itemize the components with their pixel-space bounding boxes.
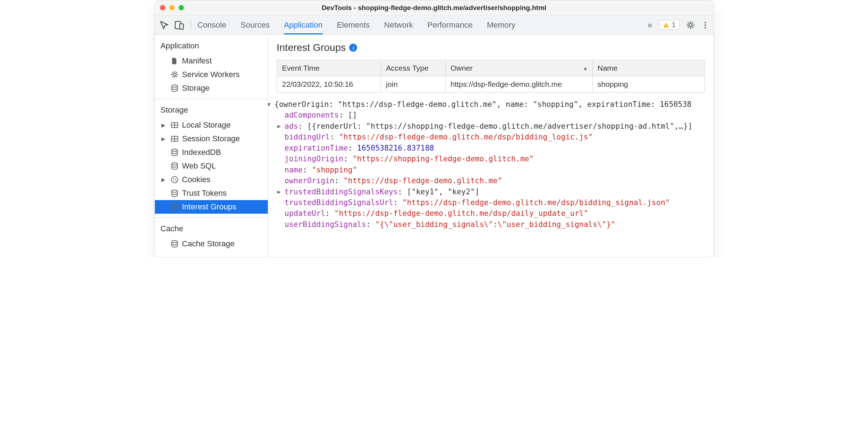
gear-icon bbox=[171, 71, 179, 79]
zoom-window-button[interactable] bbox=[179, 5, 184, 10]
col-owner[interactable]: Owner▲ bbox=[445, 60, 592, 76]
issues-count: 1 bbox=[672, 21, 675, 29]
devtools-window: DevTools - shopping-fledge-demo.glitch.m… bbox=[155, 0, 714, 257]
device-toolbar-icon[interactable] bbox=[174, 20, 184, 30]
sidebar-item-label: Local Storage bbox=[182, 120, 231, 130]
expand-arrow-icon: ▶ bbox=[161, 122, 165, 128]
sidebar-item-indexeddb[interactable]: IndexedDB bbox=[155, 146, 268, 159]
sidebar-item-local-storage[interactable]: ▶Local Storage bbox=[155, 118, 268, 132]
more-tabs-icon[interactable]: » bbox=[645, 20, 655, 30]
sidebar-item-manifest[interactable]: Manifest bbox=[155, 54, 268, 68]
col-name[interactable]: Name bbox=[592, 60, 705, 76]
tab-elements[interactable]: Elements bbox=[337, 15, 370, 34]
window-title: DevTools - shopping-fledge-demo.glitch.m… bbox=[155, 4, 713, 12]
sidebar-item-interest-groups[interactable]: Interest Groups bbox=[155, 200, 268, 214]
table-cell: shopping bbox=[592, 76, 705, 93]
info-icon[interactable]: i bbox=[349, 44, 357, 52]
panel-title: Interest Groups bbox=[277, 42, 346, 53]
sidebar-item-label: Web SQL bbox=[182, 161, 216, 171]
sidebar-item-trust-tokens[interactable]: Trust Tokens bbox=[155, 186, 268, 200]
titlebar: DevTools - shopping-fledge-demo.glitch.m… bbox=[155, 0, 713, 15]
sidebar-item-label: Cookies bbox=[182, 175, 210, 184]
tab-network[interactable]: Network bbox=[384, 15, 413, 34]
table-cell: join bbox=[381, 76, 445, 93]
tab-console[interactable]: Console bbox=[198, 15, 227, 34]
sidebar-item-label: Storage bbox=[182, 84, 210, 93]
tab-application[interactable]: Application bbox=[284, 15, 323, 34]
db-icon bbox=[171, 148, 179, 156]
grid-icon bbox=[171, 121, 179, 129]
file-icon bbox=[171, 57, 179, 65]
sidebar-item-label: Trust Tokens bbox=[182, 189, 227, 198]
grid-icon bbox=[171, 135, 179, 143]
sidebar-item-label: Interest Groups bbox=[182, 202, 237, 212]
object-viewer[interactable]: ▼{ownerOrigin: "https://dsp-fledge-demo.… bbox=[268, 98, 713, 233]
db-icon bbox=[171, 189, 179, 197]
object-summary: {ownerOrigin: "https://dsp-fledge-demo.g… bbox=[275, 100, 692, 109]
table-cell: 22/03/2022, 10:50:16 bbox=[277, 76, 381, 93]
cookie-icon bbox=[171, 176, 179, 184]
db-icon bbox=[171, 203, 179, 211]
table-cell: https://dsp-fledge-demo.glitch.me bbox=[445, 76, 592, 93]
expand-arrow-icon: ▶ bbox=[161, 136, 165, 142]
sidebar-item-web-sql[interactable]: Web SQL bbox=[155, 159, 268, 173]
sidebar-item-storage[interactable]: Storage bbox=[155, 81, 268, 95]
db-icon bbox=[171, 162, 179, 170]
sidebar-item-label: Manifest bbox=[182, 56, 212, 66]
tab-memory[interactable]: Memory bbox=[487, 15, 515, 34]
sidebar-item-label: Service Workers bbox=[182, 70, 240, 79]
sidebar-item-cookies[interactable]: ▶Cookies bbox=[155, 173, 268, 186]
expand-arrow-icon: ▶ bbox=[161, 177, 165, 183]
sidebar-item-session-storage[interactable]: ▶Session Storage bbox=[155, 132, 268, 146]
table-row[interactable]: 22/03/2022, 10:50:16joinhttps://dsp-fled… bbox=[277, 76, 705, 93]
panel-tabs: ConsoleSourcesApplicationElementsNetwork… bbox=[198, 15, 645, 34]
settings-icon[interactable] bbox=[686, 21, 695, 29]
inspect-element-icon[interactable] bbox=[159, 20, 169, 30]
table-header-row: Event TimeAccess TypeOwner▲Name bbox=[277, 60, 705, 76]
close-window-button[interactable] bbox=[160, 5, 165, 10]
warning-icon bbox=[663, 22, 669, 28]
sidebar-item-label: Cache Storage bbox=[182, 239, 235, 248]
sidebar-item-service-workers[interactable]: Service Workers bbox=[155, 68, 268, 81]
col-access-type[interactable]: Access Type bbox=[381, 60, 445, 76]
sidebar-item-label: Session Storage bbox=[182, 134, 240, 143]
issues-chip[interactable]: 1 bbox=[659, 20, 679, 30]
sidebar-section-cache: Cache bbox=[155, 222, 268, 237]
more-menu-icon[interactable] bbox=[701, 21, 709, 29]
panel-header: Interest Groups i bbox=[268, 35, 713, 60]
minimize-window-button[interactable] bbox=[169, 5, 175, 10]
sidebar-section-application: Application bbox=[155, 39, 268, 54]
sidebar-item-label: IndexedDB bbox=[182, 148, 221, 157]
window-controls bbox=[160, 5, 184, 10]
sidebar-section-storage: Storage bbox=[155, 103, 268, 118]
toolbar-divider bbox=[191, 20, 191, 30]
application-sidebar: ApplicationManifestService WorkersStorag… bbox=[155, 35, 268, 257]
col-event-time[interactable]: Event Time bbox=[277, 60, 381, 76]
main-panel: Interest Groups i Event TimeAccess TypeO… bbox=[268, 35, 713, 257]
db-icon bbox=[171, 84, 179, 92]
sidebar-item-cache-storage[interactable]: Cache Storage bbox=[155, 237, 268, 251]
db-icon bbox=[171, 240, 179, 248]
tab-sources[interactable]: Sources bbox=[241, 15, 270, 34]
sort-indicator-icon: ▲ bbox=[583, 65, 588, 71]
interest-groups-table: Event TimeAccess TypeOwner▲Name 22/03/20… bbox=[277, 60, 705, 93]
tab-performance[interactable]: Performance bbox=[427, 15, 473, 34]
devtools-toolbar: ConsoleSourcesApplicationElementsNetwork… bbox=[155, 15, 713, 35]
